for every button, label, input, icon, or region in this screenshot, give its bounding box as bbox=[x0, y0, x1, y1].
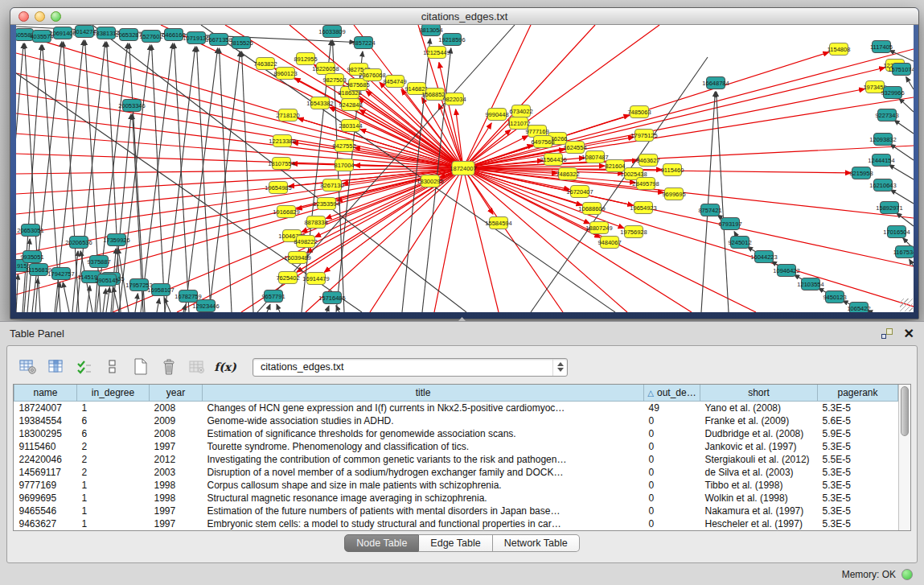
graph-node[interactable]: 2803144 bbox=[339, 120, 362, 132]
table-row[interactable]: 977716911998Corpus callosum shape and si… bbox=[14, 479, 898, 492]
column-header-short[interactable]: short bbox=[700, 385, 818, 401]
table-row[interactable]: 946554611997Estimation of the future num… bbox=[14, 505, 898, 517]
graph-node[interactable]: 12213389 bbox=[269, 135, 295, 147]
graph-node[interactable]: 28495798 bbox=[632, 178, 659, 190]
graph-node[interactable]: 19218596 bbox=[438, 34, 465, 46]
table-scrollbar[interactable] bbox=[898, 385, 910, 530]
graph-node[interactable]: 9375887 bbox=[87, 256, 110, 268]
graph-node[interactable]: 7857224 bbox=[351, 37, 375, 49]
minimize-window-button[interactable] bbox=[35, 11, 45, 22]
graph-node[interactable]: 8498222 bbox=[294, 236, 317, 248]
graph-node[interactable]: 16648784 bbox=[702, 77, 729, 89]
graph-node[interactable]: 18226058 bbox=[312, 63, 339, 75]
graph-node[interactable]: 21564436 bbox=[540, 154, 566, 166]
graph-node[interactable]: 17016504 bbox=[883, 226, 910, 238]
graph-node[interactable]: 1065422 bbox=[847, 303, 870, 313]
graph-node[interactable]: 16044223 bbox=[750, 251, 777, 263]
graph-node[interactable]: 12444154 bbox=[868, 154, 894, 167]
graph-node[interactable]: 9227343 bbox=[875, 109, 898, 122]
network-table-selector[interactable]: citations_edges.txt bbox=[253, 358, 568, 377]
scrollbar-thumb[interactable] bbox=[901, 386, 909, 436]
graph-node[interactable]: 817004 bbox=[334, 159, 354, 171]
graph-node[interactable]: 9484067 bbox=[598, 237, 621, 249]
graph-node[interactable]: 8215958 bbox=[849, 167, 873, 179]
graph-node[interactable]: 18807249 bbox=[585, 222, 612, 234]
graph-node[interactable]: 18107554 bbox=[268, 158, 294, 170]
table-row[interactable]: 1872400712008Changes of HCN gene express… bbox=[14, 401, 898, 414]
delete-icon[interactable] bbox=[158, 357, 179, 377]
graph-node[interactable]: 6466160 bbox=[162, 29, 185, 41]
graph-node[interactable]: 10653287 bbox=[115, 29, 142, 41]
graph-node[interactable]: 18300295 bbox=[417, 175, 443, 187]
new-document-icon[interactable] bbox=[130, 357, 151, 377]
graph-node[interactable]: 9450123 bbox=[823, 291, 846, 303]
attribute-table[interactable]: namein_degreeyeartitle△out_de…shortpager… bbox=[14, 385, 898, 530]
table-settings-icon[interactable] bbox=[18, 357, 39, 377]
graph-node[interactable]: 16543382 bbox=[306, 97, 333, 109]
graph-node[interactable]: 9935051 bbox=[20, 251, 43, 263]
graph-node[interactable]: 10946422 bbox=[773, 265, 799, 277]
graph-node[interactable]: 16210643 bbox=[869, 179, 896, 192]
graph-node[interactable]: 8267130 bbox=[320, 179, 343, 192]
close-window-button[interactable] bbox=[18, 11, 29, 22]
graph-node[interactable]: 16958107 bbox=[147, 284, 174, 296]
graph-node[interactable]: 12093832 bbox=[869, 134, 896, 146]
window-titlebar[interactable]: citations_edges.txt bbox=[10, 8, 918, 25]
table-row[interactable]: 2242004622012Investigating the contribut… bbox=[14, 453, 898, 466]
table-row[interactable]: 911546021997Tourette syndrome. Phenomeno… bbox=[14, 440, 898, 453]
graph-node[interactable]: 7486322 bbox=[556, 168, 579, 180]
graph-node[interactable]: 6497568 bbox=[531, 136, 554, 148]
graph-node[interactable]: 9242848 bbox=[339, 99, 362, 111]
graph-node[interactable]: 1527602 bbox=[139, 31, 162, 43]
graph-node[interactable]: 9827503 bbox=[322, 74, 346, 86]
graph-node[interactable]: 15584594 bbox=[485, 217, 511, 229]
graph-node[interactable]: 5905145 bbox=[95, 274, 118, 286]
graph-node[interactable]: 9115460 bbox=[661, 164, 684, 176]
import-table-icon[interactable] bbox=[187, 357, 207, 377]
network-view-window[interactable]: citations_edges.txt 18724007183002957463… bbox=[10, 7, 919, 319]
float-panel-icon[interactable] bbox=[881, 328, 893, 339]
graph-node[interactable]: 1624554 bbox=[563, 142, 586, 154]
column-header-title[interactable]: title bbox=[203, 385, 644, 401]
zoom-window-button[interactable] bbox=[51, 11, 61, 22]
graph-node[interactable]: 17942757 bbox=[47, 268, 74, 280]
graph-node[interactable]: 8427552 bbox=[332, 140, 355, 152]
column-header-name[interactable]: name bbox=[14, 385, 77, 401]
graph-node[interactable]: 10807487 bbox=[581, 151, 608, 163]
column-header-year[interactable]: year bbox=[150, 385, 203, 401]
graph-node[interactable]: 7485063 bbox=[627, 106, 651, 118]
memory-status-icon[interactable] bbox=[901, 569, 913, 580]
graph-node[interactable]: 8757421 bbox=[698, 204, 721, 216]
network-graph[interactable]: 1872400718300295746382289601238912955182… bbox=[16, 25, 914, 312]
graph-node[interactable]: 16720407 bbox=[566, 186, 593, 198]
tab-node-table[interactable]: Node Table bbox=[344, 534, 419, 552]
graph-node[interactable]: 18724007 bbox=[450, 162, 476, 175]
table-row[interactable]: 1456911722003Disruption of a novel membe… bbox=[14, 466, 898, 479]
graph-node[interactable]: 7463822 bbox=[253, 58, 277, 70]
graph-node[interactable]: 2718120 bbox=[276, 109, 299, 122]
network-canvas[interactable]: 1872400718300295746382289601238912955182… bbox=[16, 25, 914, 312]
graph-node[interactable]: 12353594 bbox=[313, 198, 339, 210]
graph-node[interactable]: 9822034 bbox=[442, 93, 466, 105]
rows-icon[interactable] bbox=[102, 357, 123, 377]
table-row[interactable]: 969969511998Structural magnetic resonanc… bbox=[14, 492, 898, 505]
graph-node[interactable]: 15751074 bbox=[888, 64, 914, 76]
graph-node[interactable]: 19166829 bbox=[273, 206, 299, 218]
tab-edge-table[interactable]: Edge Table bbox=[419, 534, 492, 552]
graph-node[interactable]: 9245012 bbox=[728, 237, 751, 249]
graph-node[interactable]: 16914479 bbox=[302, 273, 329, 285]
combo-stepper-icon[interactable] bbox=[552, 359, 567, 376]
graph-node[interactable]: 8813054 bbox=[419, 25, 442, 36]
graph-node[interactable]: 20653051 bbox=[17, 225, 43, 237]
table-row[interactable]: 1830029562008Estimation of significance … bbox=[14, 427, 898, 440]
graph-node[interactable]: 17975125 bbox=[630, 130, 657, 142]
graph-node[interactable]: 8878334 bbox=[304, 216, 327, 229]
graph-node[interactable]: 16039489 bbox=[284, 252, 310, 264]
close-panel-icon[interactable]: ✕ bbox=[904, 328, 914, 340]
graph-node[interactable]: 9463627 bbox=[636, 154, 659, 167]
graph-node[interactable]: 16033809 bbox=[318, 26, 345, 38]
graph-node[interactable]: 9990448 bbox=[485, 109, 508, 121]
graph-node[interactable]: 7625402 bbox=[276, 272, 299, 284]
graph-node[interactable]: 15716485 bbox=[318, 292, 345, 304]
graph-node[interactable]: 19654985 bbox=[265, 182, 291, 194]
